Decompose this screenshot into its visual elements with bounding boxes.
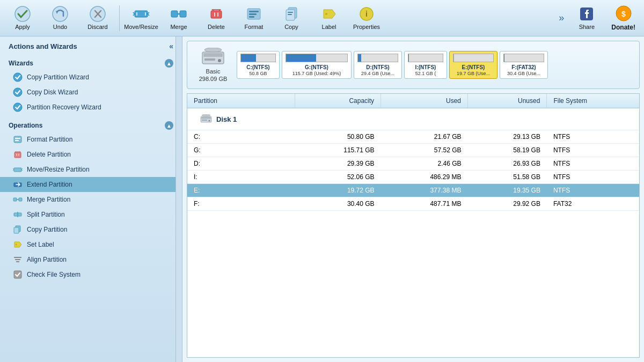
svg-text:$: $	[621, 10, 626, 18]
partition-size-D: 29.4 GB (Use...	[361, 71, 394, 76]
partition-capacity: 50.80 GB	[295, 130, 381, 144]
undo-button[interactable]: Undo	[42, 3, 78, 34]
partition-used-G	[286, 54, 316, 62]
sidebar-item-move-resize-partition[interactable]: Move/Resize Partition	[0, 162, 182, 177]
table-row[interactable]: C: 50.80 GB 21.67 GB 29.13 GB NTFS	[187, 130, 639, 144]
copy-button[interactable]: Copy	[273, 3, 310, 34]
col-filesystem: File System	[547, 94, 639, 108]
undo-label: Undo	[53, 24, 67, 30]
partition-unused: 26.93 GB	[467, 157, 546, 171]
sidebar-item-split-partition[interactable]: Split Partition	[0, 207, 182, 222]
share-button[interactable]: Share	[568, 3, 605, 34]
table-row[interactable]: E: 19.72 GB 377.38 MB 19.35 GB NTFS	[187, 184, 639, 197]
svg-point-22	[13, 88, 22, 97]
partition-used: 486.29 MB	[381, 171, 468, 184]
partition-unused: 58.19 GB	[467, 144, 546, 157]
sidebar-scrollbar[interactable]	[175, 36, 182, 362]
svg-rect-36	[14, 257, 21, 258]
partition-name-I: I:(NTFS)	[415, 64, 436, 71]
partition-block-D[interactable]: D:(NTFS) 29.4 GB (Use...	[354, 51, 402, 79]
wizards-toggle[interactable]: ▲	[165, 59, 173, 68]
sidebar-item-partition-recovery-wizard[interactable]: Partition Recovery Wizard	[0, 100, 182, 115]
copy-partition-icon	[13, 225, 23, 234]
merge-button[interactable]: Merge	[160, 3, 197, 34]
sidebar-item-delete-partition[interactable]: Delete Partition	[0, 147, 182, 162]
partition-block-G[interactable]: G:(NTFS) 115.7 GB (Used: 49%)	[282, 51, 352, 79]
more-button[interactable]: »	[557, 10, 566, 26]
partition-used: 487.71 MB	[381, 197, 468, 211]
svg-rect-8	[249, 11, 259, 12]
move-resize-button[interactable]: Move/Resize	[123, 3, 159, 34]
table-row[interactable]: D: 29.39 GB 2.46 GB 26.93 GB NTFS	[187, 157, 639, 171]
col-unused: Unused	[467, 94, 546, 108]
sidebar-item-copy-disk-wizard[interactable]: Copy Disk Wizard	[0, 85, 182, 100]
disk-header-cell: Disk 1	[187, 108, 639, 130]
table-disk-icon	[200, 114, 212, 124]
svg-rect-27	[14, 152, 21, 158]
svg-rect-37	[15, 259, 20, 260]
format-button[interactable]: Format	[236, 3, 272, 34]
discard-button[interactable]: Discard	[79, 3, 116, 34]
partition-used-E	[453, 54, 454, 62]
delete-partition-icon	[13, 150, 23, 159]
svg-point-35	[16, 244, 17, 246]
svg-rect-13	[288, 12, 293, 13]
move-resize-icon	[133, 5, 150, 23]
sidebar-item-format-partition[interactable]: Format Partition	[0, 132, 182, 147]
delete-button[interactable]: Delete	[198, 3, 235, 34]
partition-letter: D:	[187, 157, 295, 171]
sidebar-item-copy-partition[interactable]: Copy Partition	[0, 222, 182, 237]
partition-fs: NTFS	[547, 171, 639, 184]
svg-rect-34	[14, 227, 19, 233]
partition-size-E: 19.7 GB (Use...	[457, 71, 490, 76]
svg-rect-48	[202, 120, 207, 121]
svg-rect-6	[211, 11, 222, 18]
svg-rect-5	[180, 11, 186, 17]
partition-fs: NTFS	[547, 144, 639, 157]
partition-block-I[interactable]: I:(NTFS) 52.1 GB (	[404, 51, 447, 79]
discard-icon	[89, 5, 106, 23]
split-partition-icon	[13, 210, 23, 219]
partition-name-D: D:(NTFS)	[366, 64, 389, 71]
sidebar-item-align-partition[interactable]: Align Partition	[0, 252, 182, 267]
merge-icon	[170, 5, 187, 23]
table-row[interactable]: F: 30.40 GB 487.71 MB 29.92 GB FAT32	[187, 197, 639, 211]
svg-rect-38	[16, 261, 19, 262]
partition-size-C: 50.8 GB	[249, 71, 267, 76]
partition-capacity: 29.39 GB	[295, 157, 381, 171]
partition-block-C[interactable]: C:(NTFS) 50.8 GB	[237, 51, 280, 79]
copy-icon	[283, 5, 300, 23]
label-button[interactable]: Label	[311, 3, 347, 34]
table-body: Disk 1 C: 50.80 GB 21.67 GB 29.13 GB NTF…	[187, 108, 639, 211]
sidebar-item-extend-partition[interactable]: Extend Partition	[0, 177, 182, 192]
donate-button[interactable]: $ Donate!	[607, 3, 640, 33]
sidebar-collapse-button[interactable]: «	[169, 42, 173, 50]
sidebar-title: Actions and Wizards	[9, 42, 77, 50]
partition-block-E[interactable]: E:(NTFS) 19.7 GB (Use...	[449, 51, 497, 79]
table-row[interactable]: G: 115.71 GB 57.52 GB 58.19 GB NTFS	[187, 144, 639, 157]
partition-data-table: Partition Capacity Used Unused File Syst…	[187, 94, 639, 211]
partition-size-F: 30.4 GB (Use...	[507, 71, 540, 76]
move-resize-partition-icon	[13, 165, 23, 174]
svg-rect-14	[288, 14, 292, 15]
svg-point-49	[202, 114, 210, 116]
properties-button[interactable]: i Properties	[348, 3, 385, 34]
svg-point-0	[15, 6, 30, 21]
sidebar-item-check-file-system[interactable]: Check File System	[0, 267, 182, 282]
sidebar: Actions and Wizards « Wizards ▲ Copy Par…	[0, 36, 182, 362]
table-row[interactable]: I: 52.06 GB 486.29 MB 51.58 GB NTFS	[187, 171, 639, 184]
content-area: Basic 298.09 GB C:(NTFS) 50.8 GB G:(NTFS…	[182, 36, 644, 362]
partition-capacity: 52.06 GB	[295, 171, 381, 184]
svg-point-42	[218, 59, 221, 62]
partition-block-F[interactable]: F:(FAT32) 30.4 GB (Use...	[500, 51, 548, 79]
svg-rect-4	[171, 11, 178, 17]
svg-rect-46	[201, 117, 211, 119]
apply-icon	[14, 5, 31, 23]
sidebar-item-merge-partition[interactable]: Merge Partition	[0, 192, 182, 207]
apply-button[interactable]: Apply	[4, 3, 41, 34]
svg-point-47	[209, 120, 210, 122]
sidebar-item-copy-partition-wizard[interactable]: Copy Partition Wizard	[0, 70, 182, 85]
sidebar-item-set-label[interactable]: Set Label	[0, 237, 182, 252]
operations-toggle[interactable]: ▲	[165, 121, 173, 130]
svg-point-44	[204, 48, 222, 52]
